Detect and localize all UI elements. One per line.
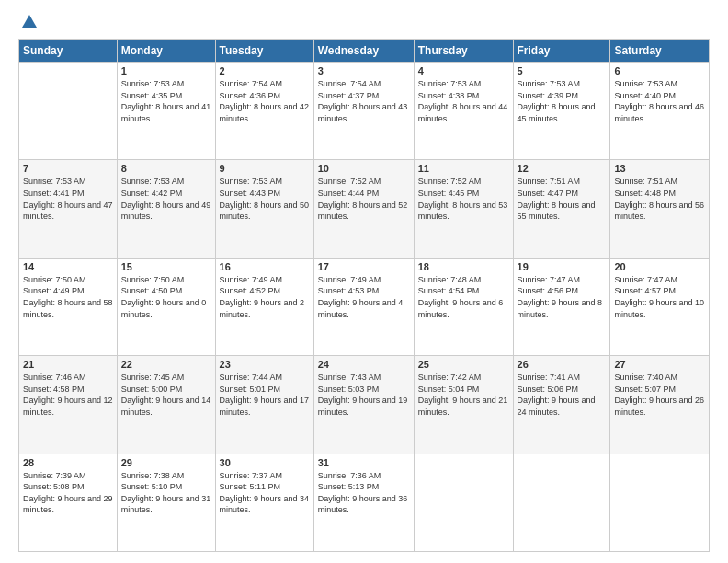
cell-info: Sunrise: 7:53 AM Sunset: 4:41 PM Dayligh… — [23, 176, 113, 222]
calendar-cell: 19Sunrise: 7:47 AM Sunset: 4:56 PM Dayli… — [513, 258, 610, 355]
cell-info: Sunrise: 7:53 AM Sunset: 4:39 PM Dayligh… — [518, 78, 607, 124]
calendar-cell: 20Sunrise: 7:47 AM Sunset: 4:57 PM Dayli… — [610, 258, 710, 355]
cell-info: Sunrise: 7:52 AM Sunset: 4:45 PM Dayligh… — [418, 176, 509, 222]
header — [18, 15, 710, 29]
day-number: 9 — [220, 163, 310, 174]
cell-info: Sunrise: 7:53 AM Sunset: 4:35 PM Dayligh… — [121, 78, 211, 124]
day-number: 5 — [518, 65, 607, 76]
day-number: 4 — [418, 65, 509, 76]
cell-info: Sunrise: 7:53 AM Sunset: 4:43 PM Dayligh… — [220, 176, 310, 222]
day-number: 12 — [518, 163, 607, 174]
cell-info: Sunrise: 7:53 AM Sunset: 4:40 PM Dayligh… — [614, 78, 705, 124]
cell-info: Sunrise: 7:48 AM Sunset: 4:54 PM Dayligh… — [418, 274, 509, 320]
cell-info: Sunrise: 7:45 AM Sunset: 5:00 PM Dayligh… — [121, 372, 211, 418]
day-number: 19 — [518, 261, 607, 272]
day-number: 2 — [220, 65, 310, 76]
cell-info: Sunrise: 7:42 AM Sunset: 5:04 PM Dayligh… — [418, 372, 509, 418]
calendar-cell: 23Sunrise: 7:44 AM Sunset: 5:01 PM Dayli… — [215, 356, 313, 454]
cell-info: Sunrise: 7:47 AM Sunset: 4:57 PM Dayligh… — [614, 274, 705, 320]
day-number: 8 — [121, 163, 211, 174]
day-number: 16 — [220, 261, 310, 272]
cell-info: Sunrise: 7:49 AM Sunset: 4:53 PM Dayligh… — [318, 274, 410, 320]
calendar-cell: 10Sunrise: 7:52 AM Sunset: 4:44 PM Dayli… — [313, 160, 414, 258]
day-number: 14 — [23, 261, 113, 272]
calendar-cell: 3Sunrise: 7:54 AM Sunset: 4:37 PM Daylig… — [313, 63, 414, 160]
cell-info: Sunrise: 7:49 AM Sunset: 4:52 PM Dayligh… — [220, 274, 310, 320]
calendar-cell: 6Sunrise: 7:53 AM Sunset: 4:40 PM Daylig… — [610, 63, 710, 160]
day-number: 17 — [318, 261, 410, 272]
calendar-cell: 15Sunrise: 7:50 AM Sunset: 4:50 PM Dayli… — [117, 258, 215, 355]
calendar-cell: 31Sunrise: 7:36 AM Sunset: 5:13 PM Dayli… — [313, 454, 414, 551]
day-number: 24 — [318, 359, 410, 370]
cell-info: Sunrise: 7:53 AM Sunset: 4:42 PM Dayligh… — [121, 176, 211, 222]
day-header-thursday: Thursday — [414, 40, 513, 63]
cell-info: Sunrise: 7:43 AM Sunset: 5:03 PM Dayligh… — [318, 372, 410, 418]
calendar-cell: 2Sunrise: 7:54 AM Sunset: 4:36 PM Daylig… — [215, 63, 313, 160]
day-number: 1 — [121, 65, 211, 76]
week-row-4: 21Sunrise: 7:46 AM Sunset: 4:58 PM Dayli… — [19, 356, 710, 454]
day-number: 21 — [23, 359, 113, 370]
day-number: 28 — [23, 457, 113, 468]
day-number: 25 — [418, 359, 509, 370]
day-number: 30 — [220, 457, 310, 468]
cell-info: Sunrise: 7:51 AM Sunset: 4:48 PM Dayligh… — [614, 176, 705, 222]
calendar-cell: 30Sunrise: 7:37 AM Sunset: 5:11 PM Dayli… — [215, 454, 313, 551]
day-number: 22 — [121, 359, 211, 370]
calendar-cell — [19, 63, 118, 160]
day-number: 3 — [318, 65, 410, 76]
calendar-cell: 11Sunrise: 7:52 AM Sunset: 4:45 PM Dayli… — [414, 160, 513, 258]
calendar-cell: 17Sunrise: 7:49 AM Sunset: 4:53 PM Dayli… — [313, 258, 414, 355]
cell-info: Sunrise: 7:39 AM Sunset: 5:08 PM Dayligh… — [23, 470, 113, 516]
logo-triangle-icon — [22, 15, 37, 28]
cell-info: Sunrise: 7:40 AM Sunset: 5:07 PM Dayligh… — [614, 372, 705, 418]
cell-info: Sunrise: 7:37 AM Sunset: 5:11 PM Dayligh… — [220, 470, 310, 516]
cell-info: Sunrise: 7:47 AM Sunset: 4:56 PM Dayligh… — [518, 274, 607, 320]
day-header-friday: Friday — [513, 40, 610, 63]
cell-info: Sunrise: 7:53 AM Sunset: 4:38 PM Dayligh… — [418, 78, 509, 124]
calendar-cell: 18Sunrise: 7:48 AM Sunset: 4:54 PM Dayli… — [414, 258, 513, 355]
cell-info: Sunrise: 7:36 AM Sunset: 5:13 PM Dayligh… — [318, 470, 410, 516]
calendar-cell: 21Sunrise: 7:46 AM Sunset: 4:58 PM Dayli… — [19, 356, 118, 454]
calendar-cell: 27Sunrise: 7:40 AM Sunset: 5:07 PM Dayli… — [610, 356, 710, 454]
day-header-tuesday: Tuesday — [215, 40, 313, 63]
day-header-monday: Monday — [117, 40, 215, 63]
day-header-sunday: Sunday — [19, 40, 118, 63]
calendar-cell: 1Sunrise: 7:53 AM Sunset: 4:35 PM Daylig… — [117, 63, 215, 160]
calendar-cell: 22Sunrise: 7:45 AM Sunset: 5:00 PM Dayli… — [117, 356, 215, 454]
day-number: 29 — [121, 457, 211, 468]
calendar-cell: 29Sunrise: 7:38 AM Sunset: 5:10 PM Dayli… — [117, 454, 215, 551]
day-number: 15 — [121, 261, 211, 272]
calendar-cell — [610, 454, 710, 551]
week-row-2: 7Sunrise: 7:53 AM Sunset: 4:41 PM Daylig… — [19, 160, 710, 258]
day-number: 7 — [23, 163, 113, 174]
cell-info: Sunrise: 7:54 AM Sunset: 4:37 PM Dayligh… — [318, 78, 410, 124]
calendar-cell: 8Sunrise: 7:53 AM Sunset: 4:42 PM Daylig… — [117, 160, 215, 258]
logo-text — [18, 15, 37, 29]
day-number: 31 — [318, 457, 410, 468]
day-number: 26 — [518, 359, 607, 370]
cell-info: Sunrise: 7:38 AM Sunset: 5:10 PM Dayligh… — [121, 470, 211, 516]
week-row-5: 28Sunrise: 7:39 AM Sunset: 5:08 PM Dayli… — [19, 454, 710, 551]
calendar-cell: 7Sunrise: 7:53 AM Sunset: 4:41 PM Daylig… — [19, 160, 118, 258]
day-number: 11 — [418, 163, 509, 174]
day-number: 13 — [614, 163, 705, 174]
calendar-cell: 26Sunrise: 7:41 AM Sunset: 5:06 PM Dayli… — [513, 356, 610, 454]
calendar-cell: 25Sunrise: 7:42 AM Sunset: 5:04 PM Dayli… — [414, 356, 513, 454]
cell-info: Sunrise: 7:51 AM Sunset: 4:47 PM Dayligh… — [518, 176, 607, 222]
calendar-cell: 9Sunrise: 7:53 AM Sunset: 4:43 PM Daylig… — [215, 160, 313, 258]
day-number: 23 — [220, 359, 310, 370]
calendar-cell: 16Sunrise: 7:49 AM Sunset: 4:52 PM Dayli… — [215, 258, 313, 355]
week-row-3: 14Sunrise: 7:50 AM Sunset: 4:49 PM Dayli… — [19, 258, 710, 355]
cell-info: Sunrise: 7:54 AM Sunset: 4:36 PM Dayligh… — [220, 78, 310, 124]
day-number: 18 — [418, 261, 509, 272]
cell-info: Sunrise: 7:50 AM Sunset: 4:49 PM Dayligh… — [23, 274, 113, 320]
cell-info: Sunrise: 7:50 AM Sunset: 4:50 PM Dayligh… — [121, 274, 211, 320]
calendar-cell: 13Sunrise: 7:51 AM Sunset: 4:48 PM Dayli… — [610, 160, 710, 258]
cell-info: Sunrise: 7:46 AM Sunset: 4:58 PM Dayligh… — [23, 372, 113, 418]
calendar-cell: 4Sunrise: 7:53 AM Sunset: 4:38 PM Daylig… — [414, 63, 513, 160]
week-row-1: 1Sunrise: 7:53 AM Sunset: 4:35 PM Daylig… — [19, 63, 710, 160]
calendar-cell: 14Sunrise: 7:50 AM Sunset: 4:49 PM Dayli… — [19, 258, 118, 355]
calendar-cell: 12Sunrise: 7:51 AM Sunset: 4:47 PM Dayli… — [513, 160, 610, 258]
page: SundayMondayTuesdayWednesdayThursdayFrid… — [0, 0, 728, 563]
cell-info: Sunrise: 7:44 AM Sunset: 5:01 PM Dayligh… — [220, 372, 310, 418]
